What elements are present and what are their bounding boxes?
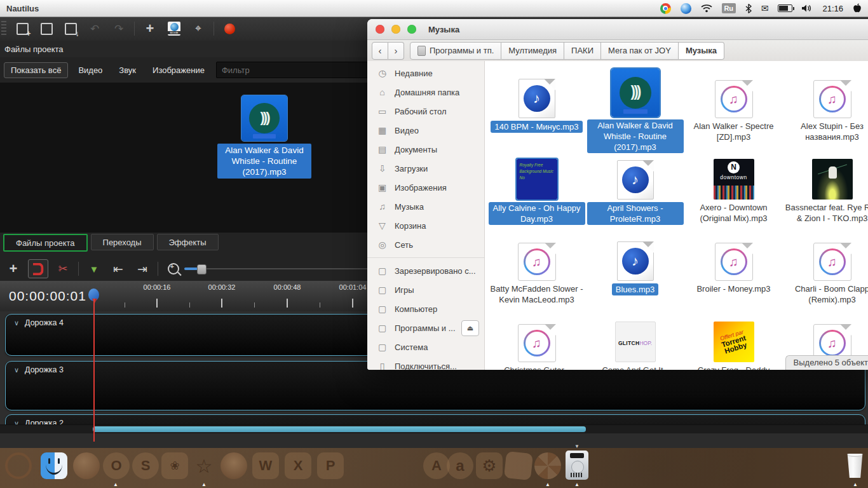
- record-button[interactable]: [221, 20, 238, 37]
- fullscreen-button[interactable]: ⌖: [190, 20, 207, 37]
- sidebar-item-videos[interactable]: ▦Видео: [367, 121, 484, 140]
- tab-project-files[interactable]: Файлы проекта: [3, 234, 88, 252]
- sidebar-item-home[interactable]: ⌂Домашняя папка: [367, 83, 484, 102]
- export-video-button[interactable]: MOVIE: [166, 20, 182, 37]
- skype-icon[interactable]: S: [132, 452, 159, 479]
- chrome-icon[interactable]: [660, 3, 671, 14]
- breadcrumb-item[interactable]: ПАКИ: [564, 42, 601, 60]
- nautilus-file-grid-area[interactable]: ♪ 140 BPM - Минус.mp3 ))) Alan Walker & …: [485, 61, 868, 370]
- active-app-name[interactable]: Nautilus: [6, 4, 39, 13]
- file-item[interactable]: Bassnectar feat. Rye Rye & Zion I - TKO.…: [784, 150, 868, 231]
- file-item[interactable]: GLITCHHOP. Come And Get It - Razihel.mp3: [587, 313, 684, 370]
- eagle-app-icon[interactable]: [220, 452, 247, 479]
- undo-button[interactable]: ↶: [86, 20, 103, 37]
- sidebar-item-games[interactable]: ▢Игры: [367, 280, 484, 299]
- volume-icon[interactable]: [802, 4, 813, 13]
- tab-transitions[interactable]: Переходы: [91, 234, 154, 250]
- file-item[interactable]: ♫ Broiler - Money.mp3: [686, 231, 782, 313]
- new-project-button[interactable]: +: [14, 20, 31, 37]
- file-item[interactable]: Offert parTorrent Hobby Crazy Frog - Dad…: [686, 313, 782, 370]
- file-item[interactable]: ♫ Batty McFadden Slower - Kevin MacLeod.…: [489, 231, 585, 313]
- track-2[interactable]: ∨ Дорожка 2: [5, 414, 865, 424]
- minimize-button[interactable]: [391, 25, 400, 34]
- file-item[interactable]: ♪ April Showers - ProleteR.mp3: [587, 150, 684, 231]
- add-marker-button[interactable]: ▼: [86, 261, 102, 277]
- forward-button[interactable]: ›: [388, 42, 404, 60]
- apple-menu-icon[interactable]: [853, 3, 862, 13]
- firefox-icon[interactable]: [73, 452, 100, 479]
- file-item[interactable]: ♫ Alex Stupin - Без названия.mp3: [784, 69, 868, 150]
- swirl-app-icon[interactable]: [681, 3, 691, 14]
- maximize-button[interactable]: [407, 25, 416, 34]
- finder-icon[interactable]: [41, 452, 67, 479]
- breadcrumb-item[interactable]: Мега пак от JOY: [601, 42, 679, 60]
- word-icon[interactable]: W: [252, 452, 279, 479]
- breadcrumb-item[interactable]: Программы и тп.: [410, 42, 501, 60]
- file-item[interactable]: ♫ Alan Walker - Spectre [ZD].mp3: [686, 69, 782, 150]
- opera-icon[interactable]: O: [103, 452, 130, 479]
- shutter-app-icon[interactable]: [534, 452, 561, 479]
- file-item[interactable]: ))) Alan Walker & David Whistle - Routin…: [587, 69, 684, 150]
- excel-icon[interactable]: X: [285, 452, 311, 479]
- file-item[interactable]: ♪ 140 BPM - Минус.mp3: [489, 69, 585, 150]
- next-marker-button[interactable]: ⇥: [134, 261, 151, 277]
- tab-effects[interactable]: Эффекты: [157, 234, 219, 250]
- sidebar-item-reserved[interactable]: ▢Зарезервировано с...: [367, 261, 484, 280]
- trash-icon[interactable]: [846, 454, 864, 478]
- file-item[interactable]: N downtown Axero - Downtown (Original Mi…: [686, 150, 782, 231]
- keyboard-layout-indicator[interactable]: Ru: [722, 3, 736, 13]
- bluetooth-icon[interactable]: [745, 4, 752, 13]
- sidebar-item-system[interactable]: ▢Система: [367, 337, 484, 356]
- hard-drive-icon[interactable]: [566, 451, 588, 480]
- sidebar-item-downloads[interactable]: ⇩Загрузки: [367, 159, 484, 178]
- breadcrumb-item[interactable]: Мултимедия: [501, 42, 564, 60]
- sidebar-item-desktop[interactable]: ▭Рабочий стол: [367, 102, 484, 121]
- track-collapse-chevron-icon[interactable]: ∨: [14, 366, 19, 374]
- sidebar-item-trash[interactable]: ▽Корзина: [367, 216, 484, 235]
- project-file-item[interactable]: ))) Alan Walker & David Whistle - Routin…: [218, 95, 311, 179]
- file-item[interactable]: ♫ Charli - Boom Clapp (Remix).mp3: [784, 231, 868, 313]
- close-button[interactable]: [376, 25, 384, 34]
- system-preferences-icon[interactable]: ⚙: [476, 452, 503, 479]
- launchpad-icon[interactable]: [504, 451, 533, 480]
- battery-icon[interactable]: [778, 4, 792, 12]
- mail-icon[interactable]: ✉: [761, 3, 769, 13]
- sidebar-item-music[interactable]: ♫Музыка: [367, 197, 484, 216]
- track-collapse-chevron-icon[interactable]: ∨: [14, 419, 19, 425]
- sidebar-item-connect[interactable]: ▯Подключиться...: [367, 356, 484, 370]
- sidebar-item-pictures[interactable]: ▣Изображения: [367, 178, 484, 197]
- filter-show-all-button[interactable]: Показать всё: [4, 62, 68, 78]
- wifi-icon[interactable]: [701, 4, 712, 13]
- sidebar-item-recent[interactable]: ◷Недавние: [367, 64, 484, 83]
- razor-tool-button[interactable]: ✂: [55, 261, 71, 277]
- photos-icon[interactable]: ❀: [161, 452, 188, 479]
- previous-marker-button[interactable]: ⇤: [110, 261, 126, 277]
- file-item[interactable]: ♪ Blues.mp3: [587, 231, 684, 313]
- file-item[interactable]: Royalty Free Background Music No Ally Ca…: [489, 150, 585, 231]
- amazon-icon[interactable]: a: [447, 452, 473, 479]
- sidebar-item-network[interactable]: ◎Сеть: [367, 235, 484, 254]
- imovie-icon[interactable]: ☆: [191, 452, 217, 479]
- timeline-horizontal-scrollbar[interactable]: [0, 424, 868, 434]
- add-track-button[interactable]: +: [5, 261, 22, 277]
- eject-button[interactable]: ⏏: [461, 320, 479, 336]
- sidebar-item-documents[interactable]: ▤Документы: [367, 140, 484, 159]
- sidebar-item-computer[interactable]: ▢Компьютер: [367, 299, 484, 318]
- scrollbar-thumb[interactable]: [93, 426, 586, 432]
- app-store-icon[interactable]: A: [423, 452, 450, 479]
- zoom-in-icon[interactable]: [168, 263, 179, 274]
- back-button[interactable]: ‹: [372, 42, 388, 60]
- toolbar-drag-handle[interactable]: [1, 21, 6, 36]
- powerpoint-icon[interactable]: P: [317, 452, 344, 479]
- redo-button[interactable]: ↷: [111, 20, 127, 37]
- open-project-button[interactable]: [38, 20, 55, 37]
- filter-image-button[interactable]: Изображение: [146, 63, 211, 78]
- slider-handle[interactable]: [197, 264, 207, 274]
- filter-audio-button[interactable]: Звук: [112, 63, 142, 78]
- track-collapse-chevron-icon[interactable]: ∨: [14, 319, 19, 327]
- clock[interactable]: 21:16: [822, 4, 843, 13]
- file-item[interactable]: ♫ Christmas Gutar - Akashic Records.: [489, 313, 585, 370]
- filter-video-button[interactable]: Видео: [72, 63, 109, 78]
- breadcrumb-item-current[interactable]: Музыка: [679, 42, 724, 60]
- sidebar-item-programs[interactable]: ▢Программы и ... ⏏: [367, 318, 484, 337]
